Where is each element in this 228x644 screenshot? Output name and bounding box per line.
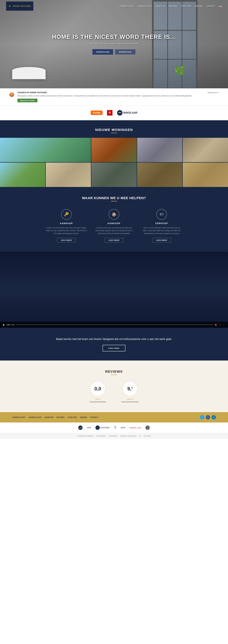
footer-logo-t: 𝕋 bbox=[114, 426, 116, 429]
cookie-banner: 🍪 COOKIES OP AVENIR VASTGOED We plaatsen… bbox=[0, 88, 228, 106]
vastgoed-footer-badge: ✦ bbox=[95, 426, 100, 430]
hero-btn-koop[interactable]: Aanbod koop bbox=[92, 49, 113, 55]
aankoop-lees-meer-button[interactable]: LEES MEER bbox=[105, 238, 123, 242]
footer-logo-pararius: pararius.com bbox=[130, 427, 141, 428]
vbo-logo[interactable]: VBO MAKELAAR bbox=[117, 110, 137, 116]
nav-aanbod-huur[interactable]: AANBOD HUUR bbox=[137, 5, 152, 7]
remax-logo[interactable]: R bbox=[107, 110, 112, 116]
vbo-footer-badge: VBO bbox=[78, 426, 83, 430]
nav-reviews[interactable]: REVIEWS bbox=[169, 5, 178, 7]
more-options-icon[interactable]: ⋮ bbox=[223, 324, 225, 326]
footer-nav-reviews[interactable]: REVIEWS bbox=[56, 416, 65, 418]
nav-over-ons[interactable]: OVER ONS bbox=[181, 5, 191, 7]
footer-cookie-link[interactable]: Cookiebeleid bbox=[109, 435, 117, 437]
video-icons-group: 🔇 ⛶ ⋮ bbox=[215, 324, 225, 326]
reviews-grid: 0,0 Lees 0 Verkoopbeoordelingen 9,5 Lees… bbox=[12, 381, 216, 403]
property-image-3[interactable] bbox=[137, 138, 182, 162]
nav-diensten[interactable]: DIENSTEN bbox=[156, 5, 165, 7]
twitter-icon[interactable]: 𝕋 bbox=[200, 415, 204, 420]
team-text: Maak kennis met het team van Avenir Vast… bbox=[12, 337, 216, 341]
hero-content: HOME IS THE NICEST WORD THERE IS... We d… bbox=[52, 34, 176, 55]
verkoop-icon-circle: 🏷 bbox=[156, 209, 167, 220]
footer-logo-scfh: SCFH bbox=[121, 427, 125, 428]
property-image-4[interactable] bbox=[183, 138, 228, 162]
chevron-down-icon: ▾ bbox=[218, 92, 219, 94]
aankoop-name: AANKOOP bbox=[93, 222, 135, 224]
footer-social: 𝕋 f in bbox=[200, 415, 216, 420]
fullscreen-icon[interactable]: ⛶ bbox=[219, 324, 221, 326]
footer-nav-diensten[interactable]: DIENSTEN bbox=[45, 416, 54, 418]
nav-contact[interactable]: CONTACT bbox=[206, 5, 215, 7]
hero-decoration-plant: 🌿 bbox=[174, 65, 186, 76]
site-header: ✦ AVENIR VASTGOED AANBOD KOOP AANBOD HUU… bbox=[0, 0, 228, 12]
cookie-content: COOKIES OP AVENIR VASTGOED We plaatsen c… bbox=[17, 92, 205, 102]
property-image-9[interactable] bbox=[183, 162, 228, 187]
volume-icon[interactable]: 🔇 bbox=[215, 324, 217, 326]
video-progress-bar[interactable] bbox=[16, 324, 213, 325]
footer-logo-home: ⌂ bbox=[145, 426, 150, 430]
facebook-icon[interactable]: f bbox=[206, 415, 210, 420]
video-section: ▶ 0:00 / 1:13 🔇 ⛶ ⋮ bbox=[0, 252, 228, 328]
video-time: 0:00 / 1:13 bbox=[6, 324, 14, 326]
cookie-accept-button[interactable]: Akkoord en sluiten bbox=[17, 99, 37, 102]
cookie-details-button[interactable]: Details tonen ▾ bbox=[208, 92, 219, 94]
play-button[interactable]: ▶ bbox=[3, 324, 5, 326]
house-icon: 🏠 bbox=[112, 212, 116, 217]
aanhuur-desc: Zoekt u een huurwoning maar wilt u zich … bbox=[46, 226, 87, 235]
review-score-verkoop: 0,0 Lees 0 Verkoopbeoordelingen bbox=[89, 381, 106, 403]
team-lees-meer-button[interactable]: Lees meer bbox=[103, 345, 125, 352]
footer-nav-nieuws[interactable]: NIEUWS bbox=[80, 416, 87, 418]
property-image-1[interactable] bbox=[0, 138, 91, 162]
cookie-title: COOKIES OP AVENIR VASTGOED bbox=[17, 92, 205, 94]
tag-icon: 🏷 bbox=[160, 212, 164, 217]
review-type-aankoop: Aankoopbeoordelingen bbox=[121, 401, 138, 403]
aankoop-icon-circle: 🏠 bbox=[109, 209, 119, 220]
score-circle-verkoop: 0,0 bbox=[90, 381, 105, 396]
home-footer-badge: ⌂ bbox=[145, 426, 150, 430]
team-section: Maak kennis met het team van Avenir Vast… bbox=[0, 328, 228, 361]
footer-nav-aanbod-koop[interactable]: AANBOD KOOP bbox=[12, 416, 25, 418]
review-link-aankoop[interactable]: Lees 24 bbox=[121, 398, 138, 400]
cookie-icon: 🍪 bbox=[9, 92, 14, 97]
service-verkoop: 🏷 VERKOOP Wilt u uw huis verkopen? Daar … bbox=[141, 209, 182, 242]
verkoop-lees-meer-button[interactable]: LEES MEER bbox=[152, 238, 171, 242]
aankoop-desc: U bent op zoek naar uw droomwoning. Met … bbox=[93, 226, 135, 235]
verkoop-desc: Wilt u uw huis verkopen? Daar komt vaak … bbox=[141, 226, 182, 235]
hero-section: 🌿 ✦ AVENIR VASTGOED AANBOD KOOP AANBOD H… bbox=[0, 0, 228, 88]
footer-nav-over-ons[interactable]: OVER ONS bbox=[68, 416, 77, 418]
footer-privacy-link[interactable]: Privacybeleid bbox=[97, 435, 105, 437]
footer-logo-nvm: NVM bbox=[87, 427, 91, 428]
main-nav: AANBOD KOOP AANBOD HUUR DIENSTEN REVIEWS… bbox=[119, 5, 222, 7]
linkedin-icon[interactable]: in bbox=[212, 415, 216, 420]
footer-voorwaarden-link[interactable]: Algemene voorwaarden bbox=[120, 435, 137, 437]
hero-buttons: Aanbod koop Aanbod huur bbox=[52, 49, 176, 55]
footer-logo-vbo: VBO bbox=[78, 426, 83, 430]
hero-btn-huur[interactable]: Aanbod huur bbox=[115, 49, 136, 55]
property-grid bbox=[0, 138, 228, 187]
review-link-verkoop[interactable]: Lees 0 bbox=[89, 398, 106, 400]
nav-nieuws[interactable]: NIEUWS bbox=[195, 5, 203, 7]
footer-ogonline-link[interactable]: OGOnline bbox=[144, 435, 151, 437]
hero-decoration-bathtub bbox=[12, 67, 46, 79]
footer-by-text: by bbox=[139, 435, 141, 437]
copyright-text: © 2022 Avenir Vastgoed bbox=[77, 435, 93, 437]
footer-nav-contact[interactable]: CONTACT bbox=[90, 416, 98, 418]
logo[interactable]: ✦ AVENIR VASTGOED bbox=[6, 2, 33, 11]
nav-aanbod-koop[interactable]: AANBOD KOOP bbox=[119, 5, 134, 7]
reviews-divider bbox=[111, 374, 117, 375]
footer-nav: AANBOD KOOP AANBOD HUUR DIENSTEN REVIEWS… bbox=[12, 416, 98, 418]
footer-logo-vastgoed: ✦ VASTGOED bbox=[95, 426, 110, 430]
funda-logo[interactable]: funda bbox=[91, 110, 102, 115]
logo-icon: ✦ bbox=[8, 4, 11, 8]
property-image-5[interactable] bbox=[0, 162, 45, 187]
review-type-verkoop: Verkoopbeoordelingen bbox=[89, 401, 106, 403]
cookie-text: We plaatsen cookies om deze website naar… bbox=[17, 94, 205, 97]
footer-nav-aanbod-huur[interactable]: AANBOD HUUR bbox=[28, 416, 42, 418]
aanhuur-lees-meer-button[interactable]: LEES MEER bbox=[57, 238, 76, 242]
property-image-2[interactable] bbox=[91, 138, 137, 162]
property-image-8[interactable] bbox=[137, 162, 182, 187]
hero-subtitle: We don't find you a house. We find you a… bbox=[52, 42, 176, 44]
language-flag[interactable] bbox=[219, 5, 222, 7]
property-image-7[interactable] bbox=[91, 162, 137, 187]
property-image-6[interactable] bbox=[46, 162, 91, 187]
